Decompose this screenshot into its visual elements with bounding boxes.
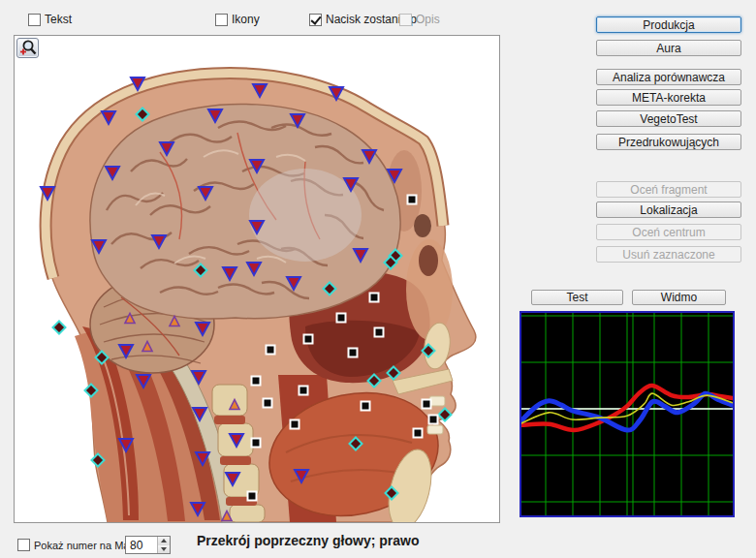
marker[interactable] — [349, 349, 358, 357]
lokalizacja-button[interactable]: Lokalizacja — [596, 202, 741, 218]
widmo-button[interactable]: Widmo — [632, 290, 726, 305]
marker[interactable] — [368, 375, 381, 388]
marker[interactable] — [350, 438, 362, 450]
checkbox-box — [399, 14, 412, 26]
marker[interactable] — [375, 328, 384, 337]
marker[interactable] — [53, 322, 66, 334]
marker[interactable] — [324, 283, 336, 295]
image-title: Przekrój poprzeczny głowy; prawo — [197, 533, 420, 548]
magnifier-plus-icon — [17, 39, 38, 57]
checkbox-box — [17, 539, 30, 551]
marker[interactable] — [423, 345, 435, 357]
marker[interactable] — [429, 416, 438, 424]
marker[interactable] — [287, 277, 300, 290]
marker[interactable] — [119, 345, 133, 357]
marker[interactable] — [362, 150, 376, 163]
marker[interactable] — [137, 375, 150, 388]
analiza-porownawcza-button[interactable]: Analiza porównawcza — [596, 69, 741, 85]
marker[interactable] — [226, 473, 239, 485]
marker[interactable] — [370, 294, 379, 302]
marker[interactable] — [223, 267, 236, 280]
checkbox-tekst[interactable]: Tekst — [28, 13, 72, 26]
checkbox-box — [28, 14, 41, 26]
marker[interactable] — [414, 429, 423, 438]
marker[interactable] — [92, 454, 105, 467]
marker[interactable] — [208, 109, 222, 122]
marker[interactable] — [248, 492, 257, 501]
marker[interactable] — [137, 108, 149, 121]
marker[interactable] — [423, 400, 431, 409]
marker-number-spinner[interactable] — [125, 536, 171, 554]
marker[interactable] — [142, 342, 152, 352]
marker[interactable] — [264, 399, 272, 408]
marker[interactable] — [92, 240, 106, 253]
spinner-up-icon[interactable] — [158, 537, 170, 545]
marker[interactable] — [160, 142, 173, 155]
marker[interactable] — [354, 249, 367, 262]
marker[interactable] — [299, 387, 308, 395]
checkbox-box — [309, 14, 322, 26]
marker[interactable] — [230, 400, 239, 410]
marker[interactable] — [193, 408, 206, 420]
usun-zaznaczone-button[interactable]: Usuń zaznaczone — [596, 246, 741, 263]
marker[interactable] — [439, 409, 452, 421]
marker[interactable] — [191, 503, 205, 515]
marker[interactable] — [337, 314, 346, 323]
produkcja-button[interactable]: Produkcja — [596, 16, 741, 33]
marker[interactable] — [344, 178, 358, 191]
marker[interactable] — [252, 439, 261, 448]
marker[interactable] — [253, 84, 267, 97]
marker[interactable] — [330, 87, 343, 100]
test-button[interactable]: Test — [531, 290, 623, 305]
marker[interactable] — [291, 114, 304, 127]
marker-number-input[interactable] — [126, 537, 157, 553]
ocen-fragment-button[interactable]: Oceń fragment — [596, 181, 741, 198]
marker[interactable] — [106, 167, 119, 179]
marker[interactable] — [362, 402, 370, 411]
przedrukowujacych-button[interactable]: Przedrukowujących — [596, 134, 741, 150]
marker[interactable] — [170, 317, 179, 326]
marker[interactable] — [196, 452, 209, 465]
aura-button[interactable]: Aura — [596, 40, 741, 56]
marker[interactable] — [195, 264, 207, 277]
marker[interactable] — [291, 420, 299, 429]
marker[interactable] — [247, 263, 261, 275]
checkbox-ikony[interactable]: Ikony — [215, 13, 260, 26]
marker[interactable] — [192, 371, 205, 384]
marker[interactable] — [196, 323, 209, 335]
marker[interactable] — [267, 346, 275, 355]
marker[interactable] — [408, 196, 417, 204]
marker[interactable] — [386, 487, 398, 500]
marker[interactable] — [388, 367, 400, 380]
zoom-magnifier-button[interactable] — [16, 38, 39, 58]
marker[interactable] — [304, 335, 313, 344]
marker[interactable] — [85, 385, 98, 397]
marker[interactable] — [125, 314, 135, 324]
checkbox-opis-label: Opis — [416, 13, 440, 26]
spinner-down-icon[interactable] — [158, 545, 170, 554]
marker[interactable] — [295, 470, 308, 482]
marker[interactable] — [250, 160, 264, 172]
marker[interactable] — [41, 187, 54, 200]
checkbox-opis: Opis — [399, 13, 440, 26]
marker[interactable] — [252, 377, 261, 386]
checkbox-box — [215, 14, 228, 26]
marker[interactable] — [388, 170, 401, 182]
signal-graph-canvas — [521, 313, 733, 515]
diagnostic-app-window: Tekst Ikony Nacisk zostanie p Opis — [0, 0, 756, 558]
marker[interactable] — [152, 235, 166, 248]
vegetotest-button[interactable]: VegetoTest — [596, 110, 741, 127]
marker-overlay — [15, 36, 499, 522]
marker[interactable] — [96, 352, 109, 364]
marker[interactable] — [222, 512, 232, 521]
marker[interactable] — [102, 111, 115, 124]
anatomy-image-viewer[interactable] — [14, 35, 500, 523]
marker[interactable] — [199, 187, 212, 200]
meta-korekta-button[interactable]: META-korekta — [596, 89, 741, 106]
marker[interactable] — [131, 78, 144, 90]
ocen-centrum-button[interactable]: Oceń centrum — [596, 224, 741, 240]
checkbox-tekst-label: Tekst — [45, 13, 72, 26]
marker[interactable] — [230, 434, 243, 447]
marker[interactable] — [250, 221, 264, 233]
marker[interactable] — [119, 439, 133, 451]
